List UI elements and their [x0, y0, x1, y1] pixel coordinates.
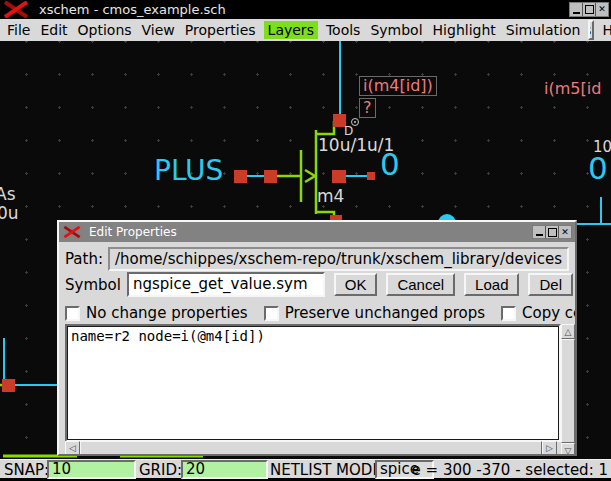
- checkbox-copy-cell[interactable]: Copy cell: [501, 304, 577, 322]
- checkbox-no-change-properties[interactable]: No change properties: [65, 304, 248, 322]
- wire-left[interactable]: [4, 338, 57, 385]
- close-icon[interactable]: ✕: [595, 3, 608, 16]
- vertical-scrollbar[interactable]: △ ▽: [561, 324, 575, 456]
- minimize-icon[interactable]: [533, 226, 545, 238]
- checkbox-preserve-unchanged-props[interactable]: Preserve unchanged props: [264, 304, 485, 322]
- maximize-icon[interactable]: [582, 3, 595, 16]
- snap-input[interactable]: 10: [47, 460, 136, 479]
- path-value: /home/schippes/xschem-repo/trunk/xschem_…: [108, 247, 569, 271]
- window-controls: ✕: [569, 2, 609, 17]
- menu-options[interactable]: Options: [76, 21, 134, 39]
- checkbox-icon[interactable]: [501, 306, 516, 321]
- wire-right[interactable]: [575, 197, 601, 224]
- maximize-icon[interactable]: [545, 226, 558, 238]
- probe-label-m5[interactable]: i(m5[id: [544, 80, 601, 98]
- drain-pin-label: D: [344, 125, 353, 138]
- left-clipped-text-2[interactable]: 0u: [0, 204, 19, 223]
- load-button[interactable]: Load: [464, 273, 519, 296]
- symbol-label: Symbol: [65, 276, 121, 294]
- grid-label: GRID:: [139, 461, 182, 479]
- menu-edit[interactable]: Edit: [38, 21, 69, 39]
- statusbar: SNAP: 10 GRID: 20 NETLIST MODE: spice e …: [0, 459, 611, 481]
- nmos-arrow: [305, 170, 315, 182]
- menu-view[interactable]: View: [140, 21, 177, 39]
- horizontal-scrollbar[interactable]: ◁ ▷: [65, 441, 557, 455]
- window-title: xschem - cmos_example.sch: [39, 2, 226, 17]
- menu-tools[interactable]: Tools: [324, 21, 363, 39]
- scrollbar-thumb[interactable]: [561, 339, 575, 443]
- probe-value-label[interactable]: ?: [359, 98, 376, 118]
- checkbox-icon[interactable]: [65, 306, 80, 321]
- minimize-icon[interactable]: [570, 3, 582, 16]
- del-button[interactable]: Del: [528, 273, 573, 296]
- net-label-zero-right[interactable]: 0: [588, 151, 608, 185]
- xschem-logo-icon: [63, 225, 81, 239]
- mouse-coords-status: e = 300 -370 - selected: 1: [412, 461, 608, 479]
- close-icon[interactable]: ✕: [558, 226, 571, 238]
- menubar: File Edit Options View Properties Layers…: [0, 19, 611, 41]
- menu-layers[interactable]: Layers: [264, 21, 318, 39]
- dialog-title: Edit Properties: [89, 225, 177, 239]
- left-clipped-text-1[interactable]: As: [0, 185, 16, 204]
- scroll-right-icon[interactable]: ▷: [542, 441, 557, 455]
- menu-symbol[interactable]: Symbol: [368, 21, 424, 39]
- mos-name-m4[interactable]: m4: [317, 187, 344, 206]
- checkbox-label: Preserve unchanged props: [285, 304, 485, 322]
- grid-input[interactable]: 20: [181, 460, 268, 479]
- scrollbar-thumb[interactable]: [80, 441, 542, 455]
- dialog-titlebar[interactable]: Edit Properties ✕: [59, 222, 575, 242]
- cancel-button[interactable]: Cancel: [386, 273, 455, 296]
- checkbox-icon[interactable]: [264, 306, 279, 321]
- path-label: Path:: [65, 250, 103, 268]
- scroll-up-icon[interactable]: △: [561, 324, 575, 339]
- menu-file[interactable]: File: [5, 21, 32, 39]
- netlist-mode-label: NETLIST MODE:: [270, 461, 387, 479]
- net-label-plus[interactable]: PLUS: [154, 156, 223, 187]
- scroll-down-icon[interactable]: ▽: [561, 443, 575, 456]
- checkbox-label: Copy cell: [522, 304, 577, 322]
- dialog-controls: ✕: [532, 225, 572, 239]
- symbol-input[interactable]: ngspice_get_value.sym: [127, 272, 325, 297]
- ok-button[interactable]: OK: [334, 273, 378, 296]
- menu-waves[interactable]: Waves: [588, 20, 594, 40]
- snap-label: SNAP:: [4, 461, 49, 479]
- probe-label-m4[interactable]: i(m4[id]): [359, 76, 437, 96]
- properties-text-frame: name=r2 node=i(@m4[id]): [65, 324, 561, 442]
- net-label-zero-center[interactable]: 0: [380, 147, 400, 181]
- edit-properties-dialog: Edit Properties ✕ Path: /home/schippes/x…: [57, 220, 577, 456]
- menu-help[interactable]: Help: [600, 21, 611, 39]
- mos-params-m5-clipped[interactable]: 10: [593, 139, 611, 156]
- menu-simulation[interactable]: Simulation: [504, 21, 583, 39]
- properties-text-input[interactable]: name=r2 node=i(@m4[id]): [67, 326, 559, 440]
- menu-highlight[interactable]: Highlight: [431, 21, 498, 39]
- xschem-logo-icon: [3, 1, 29, 18]
- checkbox-label: No change properties: [86, 304, 248, 322]
- menu-properties[interactable]: Properties: [183, 21, 258, 39]
- window-titlebar[interactable]: xschem - cmos_example.sch ✕: [0, 0, 611, 19]
- xschem-window: xschem - cmos_example.sch ✕ File Edit Op…: [0, 0, 611, 481]
- scroll-left-icon[interactable]: ◁: [65, 441, 80, 455]
